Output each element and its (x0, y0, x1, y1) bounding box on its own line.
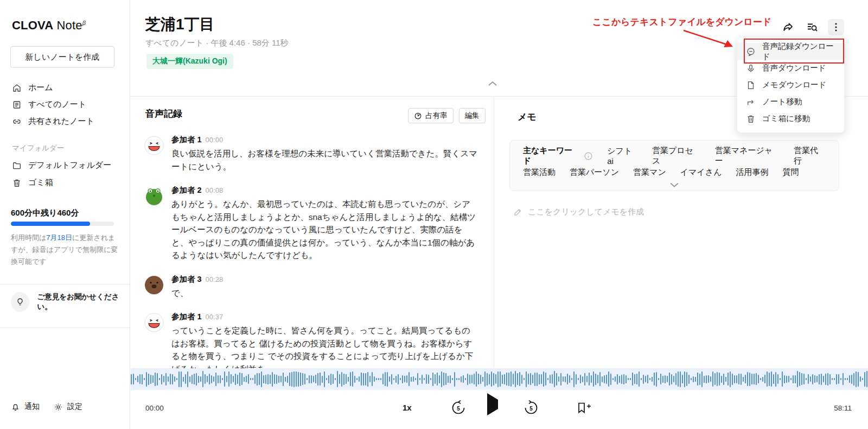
transcript-title: 音声記録 (145, 108, 182, 120)
keywords-box: 主なキーワード シフトai 営業プロセス 営業マネージャー 営業代行 営業活動 … (509, 140, 839, 191)
edit-button[interactable]: 編集 (459, 108, 486, 123)
play-button[interactable] (487, 400, 498, 409)
sidebar-item-all-notes[interactable]: すべてのノート (12, 99, 86, 110)
speaker-name: 参加者 1 (171, 312, 202, 321)
entry-text: ありがとう。なんか、最初思っていたのは、本読む前も思っていたのが、シアもちゃんと… (171, 198, 478, 262)
sidebar-divider (0, 284, 130, 285)
sidebar-item-label: すべてのノート (28, 99, 86, 110)
search-transcript-button[interactable] (804, 19, 820, 35)
sidebar-item-label: ホーム (28, 83, 53, 93)
keyword-chip[interactable]: シフトai (607, 146, 638, 166)
transcript-entry[interactable]: 参加者 100:00 良い仮説を活用し、お客様を理想の未来に導いていく営業活動で… (144, 135, 481, 173)
keyword-chip[interactable]: イマイさん (680, 167, 722, 178)
speaker-name: 参加者 2 (171, 186, 202, 194)
settings-label: 設定 (67, 402, 82, 412)
app-logo: CLOVANoteβ (12, 18, 86, 33)
rewind-5-button[interactable]: 5 (450, 400, 467, 416)
link-icon (12, 117, 22, 127)
transcript-entries: 参加者 100:00 良い仮説を活用し、お客様を理想の未来に導いていく営業活動で… (144, 135, 481, 388)
bell-icon (11, 402, 20, 412)
forward-5-button[interactable]: 5 (523, 400, 539, 416)
gear-icon (54, 402, 63, 412)
speaker-name: 参加者 1 (171, 135, 202, 144)
trash-icon (12, 178, 22, 188)
entry-text: っていうことを定義した時に、皆さん何を買う。ってこと。結局買ってるものはお客様。… (171, 324, 478, 375)
notifications-label: 通知 (24, 402, 40, 412)
feedback-label: ご意見をお聞かせください。 (37, 292, 130, 312)
keywords-label: 主なキーワード (523, 146, 593, 166)
entry-timestamp[interactable]: 00:00 (206, 136, 224, 144)
usage-note-prefix: 利用時間は (11, 234, 46, 242)
annotation-arrow (679, 26, 739, 52)
entry-text: 良い仮説を活用し、お客様を理想の未来に導いていく営業活動できた。賢くスマートにと… (171, 147, 478, 173)
keyword-chip[interactable]: 質問 (783, 167, 799, 178)
menu-item-download-transcript[interactable]: 音声記録ダウンロード (737, 43, 844, 60)
menu-item-move-to-trash[interactable]: ゴミ箱に移動 (737, 110, 844, 127)
menu-item-download-memo[interactable]: メモダウンロード (737, 77, 844, 93)
memo-create-placeholder[interactable]: ここをクリックしてメモを作成 (513, 207, 644, 217)
occupancy-label: 占有率 (425, 111, 448, 121)
transcript-entry[interactable]: 参加者 100:37 っていうことを定義した時に、皆さん何を買う。ってこと。結局… (144, 312, 481, 375)
current-time: 00:00 (145, 404, 164, 412)
share-icon (782, 21, 795, 34)
keyword-chip[interactable]: 活用事例 (736, 167, 769, 178)
play-icon (487, 393, 498, 415)
feedback-button[interactable]: ご意見をお聞かせください。 (11, 292, 130, 312)
home-icon (12, 83, 22, 93)
playback-speed-button[interactable]: 1x (403, 403, 412, 412)
usage-note-date: 7月18日 (46, 234, 72, 242)
info-icon[interactable] (584, 152, 593, 161)
keyword-chip[interactable]: 営業プロセス (652, 146, 701, 166)
new-note-button[interactable]: 新しいノートを作成 (10, 46, 114, 68)
expand-keywords-button[interactable] (510, 181, 839, 188)
keyword-chip[interactable]: 営業マン (633, 167, 666, 178)
usage-note: 利用時間は7月18日に更新されますが、録音はアプリで無制限に変換可能です (11, 232, 118, 268)
sidebar-item-trash[interactable]: ゴミ箱 (12, 178, 53, 188)
occupancy-button[interactable]: 占有率 (408, 108, 454, 123)
move-arrow-icon (746, 97, 756, 107)
logo-beta: β (82, 20, 86, 26)
skip-amount: 5 (529, 406, 533, 412)
menu-item-label: ノート移動 (762, 97, 802, 107)
menu-item-move-note[interactable]: ノート移動 (737, 93, 844, 110)
waveform[interactable] (131, 368, 868, 390)
share-button[interactable] (780, 19, 796, 35)
keyword-chip[interactable]: 営業マネージャー (715, 146, 780, 166)
logo-note: Note (56, 18, 82, 32)
memo-title: メモ (518, 111, 537, 123)
pencil-icon (513, 207, 522, 217)
entry-timestamp[interactable]: 00:08 (206, 186, 224, 194)
sidebar-item-label: 共有されたノート (28, 116, 94, 127)
usage-remaining-label: 600分中残り460分 (11, 208, 79, 218)
keyword-chip[interactable]: 営業パーソン (570, 167, 619, 178)
avatar-moon (144, 136, 164, 155)
menu-item-label: 音声記録ダウンロード (762, 41, 835, 62)
notes-icon (12, 100, 22, 110)
menu-item-download-audio[interactable]: 音声ダウンロード (737, 60, 844, 77)
menu-item-label: メモダウンロード (762, 80, 826, 90)
total-time: 58:11 (834, 404, 852, 412)
keyword-chip[interactable]: 営業代行 (794, 146, 826, 166)
sidebar-item-home[interactable]: ホーム (12, 83, 53, 93)
memo-panel: メモ 主なキーワード シフトai 営業プロセス 営業マネージャー 営業代行 営業… (494, 97, 868, 368)
chat-bubble-icon (746, 47, 756, 56)
pie-chart-icon (414, 112, 422, 120)
transcript-entry[interactable]: 参加者 300:28 で、 (144, 274, 481, 300)
keywords-label-text: 主なキーワード (523, 146, 579, 166)
entry-timestamp[interactable]: 00:28 (206, 275, 224, 283)
keyword-chip[interactable]: 営業活動 (523, 167, 556, 178)
sidebar-item-default-folder[interactable]: デフォルトフォルダー (12, 160, 111, 171)
trash-icon (746, 114, 756, 124)
page-title: 芝浦1丁目 (145, 14, 215, 35)
transcript-entry[interactable]: 参加者 200:08 ありがとう。なんか、最初思っていたのは、本読む前も思ってい… (144, 185, 481, 262)
entry-timestamp[interactable]: 00:37 (206, 313, 224, 321)
more-options-button[interactable] (828, 19, 844, 35)
collapse-header-button[interactable] (486, 79, 500, 88)
settings-button[interactable]: 設定 (54, 402, 82, 412)
notifications-button[interactable]: 通知 (11, 402, 40, 412)
sidebar-item-shared-notes[interactable]: 共有されたノート (12, 116, 94, 127)
sidebar-item-label: デフォルトフォルダー (28, 160, 111, 171)
add-bookmark-button[interactable] (575, 401, 591, 414)
microphone-icon (746, 64, 756, 73)
participant-tag[interactable]: 大城一輝(Kazuki Ogi) (146, 54, 233, 69)
